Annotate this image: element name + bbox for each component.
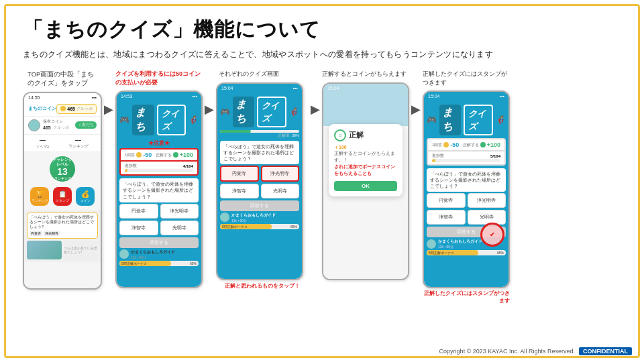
- follow-btn[interactable]: ＋友だち: [75, 121, 97, 129]
- signal-5: ▪▪▪: [500, 94, 504, 99]
- notice-star: ★注意★: [119, 139, 199, 147]
- ga5: [427, 239, 436, 249]
- stats-row: — いいね — ランキング: [24, 135, 101, 152]
- quiz-title-3: まち: [235, 99, 246, 124]
- photo-1-bg: [27, 241, 62, 259]
- quiz-title-bg-5: まち: [439, 105, 461, 135]
- stamp-btn[interactable]: 📋 スタンプ: [53, 187, 72, 206]
- quiz-sub-title: クイズ: [162, 109, 179, 131]
- status-bar-3: 15:04 ▪▪▪: [217, 84, 302, 93]
- quiz-title-5: まち: [442, 107, 453, 132]
- option-jochiji[interactable]: 浄智寺: [119, 221, 158, 235]
- correct-body: ＋100 正解するとコインがもらえます。！ されに追加でボーナスコインをもらえる…: [334, 144, 397, 177]
- arrow-2: ▶: [203, 102, 216, 117]
- level-label: チャレンジ: [52, 158, 72, 162]
- cost-lbl-5: 1回答: [432, 142, 442, 148]
- coin-row: 1回答 -50 正解する +100: [119, 148, 199, 162]
- option-b: 浄光明寺: [44, 231, 60, 236]
- phone-2-wrapper: 14:53 ▪▪▪ 🎮 まち クイズ 🦸: [115, 90, 203, 288]
- option-jokomeiji[interactable]: 浄光明寺: [160, 204, 199, 219]
- o3-5[interactable]: 浄智寺: [427, 210, 466, 225]
- bbl5: 5問正解ボーナス: [429, 250, 454, 255]
- progress-row-5: 進捗数 5/104: [427, 152, 506, 166]
- coin-cost-val: -50: [143, 152, 152, 158]
- photo-card-1: [27, 241, 62, 259]
- ok-btn[interactable]: OK: [334, 181, 397, 191]
- quiz-card-options: 円覚寺 浄光明寺: [30, 231, 95, 236]
- quiz-question: 「べらぼう」で遊女の死体を埋葬するシーンを撮影された場所はどこでしょう？: [119, 178, 199, 202]
- coin-correct-display: 正解する +100: [156, 152, 193, 158]
- tap-annotation-3: 正解と思われるものをタップ！: [216, 282, 309, 290]
- step-1-label: TOP画面の中段「まちのクイズ」をタップ: [28, 70, 97, 88]
- cost-label: 1回答: [125, 152, 135, 158]
- step-4-label: 正解するとコインがもらえます: [322, 70, 409, 78]
- coin-gain-val: ＋100: [334, 145, 347, 149]
- phone-3: 15:04 ▪▪▪ 🎮 まち クイズ 🦸: [216, 82, 303, 280]
- progress-label-3: 正解率 39%: [220, 133, 299, 138]
- step-1: TOP画面の中段「まちのクイズ」をタップ 14:55 ▪▪▪ まちのコイン: [23, 70, 102, 290]
- mascot-3: 🦸: [289, 107, 299, 117]
- status-bar-2: 14:53 ▪▪▪: [117, 92, 201, 101]
- time-3: 15:04: [221, 86, 233, 90]
- progress-header: 進捗数 4/104: [125, 163, 193, 169]
- o1-5[interactable]: 円覚寺: [427, 193, 466, 208]
- o2-5[interactable]: 浄光明寺: [468, 193, 506, 208]
- guide-avatar-3: [220, 213, 229, 222]
- quiz-card[interactable]: 「べらぼう」で遊女の死体を埋葬するシーンを撮影された場所はどこでしょう? 円覚寺…: [27, 213, 98, 239]
- opt-joc-3[interactable]: 浄智寺: [220, 184, 259, 198]
- phone-1-screen: 14:55 ▪▪▪ まちのコイン 465 クルッポ: [24, 93, 101, 288]
- quiz-logo: 🎮 まち クイズ 🦸: [117, 101, 201, 138]
- steps-row: TOP画面の中段「まちのクイズ」をタップ 14:55 ▪▪▪ まちのコイン: [23, 70, 621, 349]
- correct-title: ○ 正解: [334, 129, 397, 141]
- submit-btn[interactable]: 回答する: [119, 237, 199, 248]
- coin-icon: [60, 106, 66, 111]
- progress-fill-3: [220, 130, 251, 133]
- o4-5[interactable]: 光明寺: [468, 210, 506, 225]
- step-3: それぞれのクイズ画面 15:04 ▪▪▪ 🎮 まち: [216, 70, 309, 290]
- dpad-icon-5: 🎮: [427, 115, 437, 125]
- cost-left-5: 1回答 -50: [432, 141, 459, 148]
- coin-btn[interactable]: 💰 コイン: [76, 187, 95, 206]
- quiz-title-bg: まち: [132, 105, 154, 135]
- phone-5: 15:04 ▪▪▪ 🎮 まち クイズ 🦸: [423, 90, 510, 288]
- quiz-opts-3: 円覚寺 浄光明寺 浄智寺 光明寺: [220, 166, 299, 198]
- option-a: 円覚寺: [30, 231, 42, 236]
- coin-row-5: 1回答 -50 正解する +100: [427, 138, 506, 152]
- bonus-bar-3: 5問正解ボーナス 65%: [220, 224, 299, 229]
- ph5: 進捗数 5/104: [432, 153, 500, 159]
- pv5: 5/104: [490, 154, 500, 158]
- quiz-header-4: [323, 93, 408, 126]
- time-2: 14:53: [121, 94, 133, 99]
- stamp-overlay: ✔: [480, 223, 504, 247]
- quiz-sub-title-bg: クイズ: [157, 105, 186, 135]
- guide-info-3: かまくらおもしろガイド 13k • 90分: [231, 213, 299, 223]
- arrow-3: ▶: [309, 102, 322, 117]
- phone-5-screen: 15:04 ▪▪▪ 🎮 まち クイズ 🦸: [424, 92, 508, 287]
- ranking-btn[interactable]: 🏆 ランキング: [30, 187, 49, 206]
- step-4: 正解するとコインがもらえます 15:04: [322, 70, 409, 280]
- opt-enc-3[interactable]: 円覚寺: [220, 166, 259, 182]
- coin-unit: クルッポ: [76, 106, 93, 112]
- correct-lbl-5: 正解する: [463, 142, 479, 148]
- q5: 「べらぼう」で遊女の死体を埋葬するシーンを撮影された場所はどこでしょう？: [427, 168, 506, 192]
- phone1-header: まちのコイン 465 クルッポ: [24, 102, 101, 117]
- photo-2-label: コレは誰が見ている景色でしょう?: [64, 246, 99, 254]
- option-komyoji[interactable]: 光明寺: [160, 221, 199, 235]
- avatar: [28, 119, 40, 131]
- page-title: 「まちのクイズ」機能について: [23, 16, 621, 44]
- pb5: [432, 159, 500, 162]
- step-2-red-label: クイズを利用するには50コインの支払いが必要: [115, 70, 201, 86]
- page-subtitle: まちのクイズ機能とは、地域にまつわるクイズに答えることで、地域やスポットへの愛着…: [23, 49, 621, 60]
- footer: Copyright © 2023 KAYAC Inc. All Rights R…: [439, 347, 632, 355]
- coin-cost-display: 1回答 -50: [125, 152, 152, 158]
- quiz-logo-5: 🎮 まち クイズ 🦸: [424, 101, 508, 138]
- guide-meta-3: 13k • 90分: [231, 219, 299, 223]
- quiz-sub-3: クイズ: [262, 101, 279, 123]
- option-enkakuji[interactable]: 円覚寺: [119, 204, 158, 219]
- submit-btn-3[interactable]: 回答する: [220, 200, 299, 211]
- opt-kom-3[interactable]: 光明寺: [261, 184, 300, 198]
- step-2: クイズを利用するには50コインの支払いが必要 14:53 ▪▪▪ 🎮: [115, 70, 203, 288]
- opt-joko-3[interactable]: 浄光明寺: [261, 166, 300, 182]
- quiz-options: 円覚寺 浄光明寺 浄智寺 光明寺: [119, 204, 199, 235]
- status-bar-5: 15:04 ▪▪▪: [424, 92, 508, 101]
